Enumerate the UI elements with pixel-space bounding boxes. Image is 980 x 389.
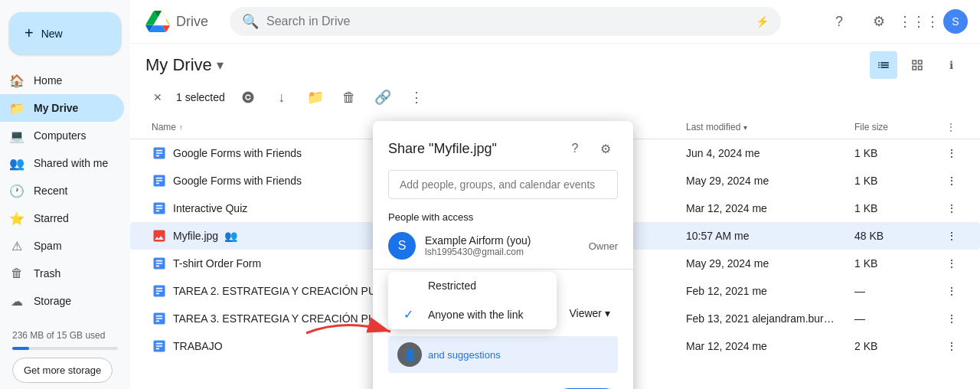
person-avatar: S <box>388 232 416 260</box>
person-name: Example Airform (you) <box>425 234 580 247</box>
sidebar-item-label: Home <box>34 74 62 87</box>
modified-cell: May 29, 2024 me <box>680 250 848 277</box>
modified-header: Last modified ▾ <box>680 116 848 139</box>
topbar: Drive 🔍 ⚡ ? ⚙ ⋮⋮⋮ S <box>130 0 980 44</box>
storage-section: 236 MB of 15 GB used Get more storage <box>0 321 130 389</box>
more-actions-button[interactable]: ⋮ <box>403 83 430 111</box>
shared-indicator-icon: 👥 <box>224 230 237 242</box>
more-cell[interactable]: ⋮ <box>940 222 965 250</box>
modal-help-button[interactable]: ? <box>563 136 587 161</box>
filter-icon[interactable]: ⚡ <box>756 15 769 28</box>
sheet-icon <box>152 338 167 354</box>
size-cell: 2 KB <box>848 332 940 360</box>
clear-selection-button[interactable]: ✕ <box>145 85 170 110</box>
shared-icon: 👥 <box>9 155 24 171</box>
sheet-icon <box>152 173 167 188</box>
more-cell[interactable]: ⋮ <box>940 332 965 360</box>
more-cell[interactable]: ⋮ <box>940 194 965 222</box>
sidebar-item-label: Recent <box>34 185 67 197</box>
suggestions-avatar: 👤 <box>397 342 422 367</box>
home-icon: 🏠 <box>9 73 24 88</box>
sidebar-item-starred[interactable]: ⭐ Starred <box>0 204 124 232</box>
spam-icon: ⚠ <box>9 238 24 253</box>
move-button[interactable]: 📁 <box>302 83 329 111</box>
sidebar-item-shared[interactable]: 👥 Shared with me <box>0 149 124 177</box>
more-cell[interactable]: ⋮ <box>940 167 965 194</box>
notify-suggestions-bar: 👤 and suggestions <box>388 336 618 373</box>
app-logo: Drive <box>142 11 217 32</box>
more-cell[interactable]: ⋮ <box>940 277 965 305</box>
anyone-link-label: Anyone with the link <box>428 309 524 321</box>
more-cell[interactable]: ⋮ <box>940 139 965 167</box>
modal-settings-button[interactable]: ⚙ <box>593 136 618 161</box>
sheet-icon <box>152 311 167 326</box>
more-cell[interactable]: ⋮ <box>940 250 965 277</box>
more-cell[interactable]: ⋮ <box>940 305 965 332</box>
size-cell: — <box>848 305 940 332</box>
sidebar-item-trash[interactable]: 🗑 Trash <box>0 260 124 287</box>
get-storage-button[interactable]: Get more storage <box>12 358 113 383</box>
download-button[interactable]: ↓ <box>268 83 296 111</box>
settings-button[interactable]: ⚙ <box>864 6 894 37</box>
get-link-button[interactable]: 🔗 <box>369 83 397 111</box>
sidebar: + New 🏠 Home 📁 My Drive 💻 Computers 👥 Sh… <box>0 0 130 389</box>
sidebar-item-my-drive[interactable]: 📁 My Drive <box>0 94 124 122</box>
info-button[interactable]: ℹ <box>937 51 965 79</box>
user-avatar[interactable]: S <box>943 9 968 34</box>
sidebar-item-computers[interactable]: 💻 Computers <box>0 122 124 149</box>
size-cell: 1 KB <box>848 167 940 194</box>
size-cell: — <box>848 277 940 305</box>
new-button[interactable]: + New <box>9 12 121 54</box>
sidebar-item-label: Computers <box>34 129 86 142</box>
person-email: lsh1995430@gmail.com <box>425 247 580 257</box>
share-people-input[interactable] <box>388 170 618 199</box>
starred-icon: ⭐ <box>9 211 24 226</box>
drive-title-section: My Drive ▾ <box>145 55 224 75</box>
grid-view-button[interactable] <box>903 51 931 79</box>
action-bar: ✕ 1 selected ↓ 📁 🗑 🔗 ⋮ <box>130 79 980 116</box>
sidebar-item-storage[interactable]: ☁ Storage <box>0 287 124 315</box>
modified-cell: May 29, 2024 me <box>680 167 848 194</box>
modified-cell: Mar 12, 2024 me <box>680 194 848 222</box>
list-view-button[interactable] <box>870 51 897 79</box>
size-header: File size <box>848 116 940 139</box>
sidebar-item-label: Storage <box>34 295 71 307</box>
modal-header: Share "Myfile.jpg" ? ⚙ <box>373 121 633 170</box>
share-input-section <box>388 170 618 199</box>
app-title: Drive <box>176 14 208 30</box>
people-with-access-section: People with access S Example Airform (yo… <box>373 211 633 269</box>
plus-icon: + <box>24 25 34 42</box>
anyone-link-option[interactable]: ✓ Anyone with the link <box>388 299 557 329</box>
recent-icon: 🕐 <box>9 183 24 198</box>
viewer-role-dropdown[interactable]: Viewer ▾ <box>561 302 618 324</box>
folder-icon: 📁 <box>9 100 24 116</box>
sidebar-item-spam[interactable]: ⚠ Spam <box>0 232 124 260</box>
owner-label: Owner <box>589 240 618 252</box>
modified-cell: Mar 12, 2024 me <box>680 332 848 360</box>
trash-icon: 🗑 <box>9 266 24 281</box>
modified-cell: Jun 4, 2024 me <box>680 139 848 167</box>
share-modal: Share "Myfile.jpg" ? ⚙ People with acces… <box>373 121 633 389</box>
modified-cell: Feb 13, 2021 alejandram.bur… <box>680 305 848 332</box>
delete-button[interactable]: 🗑 <box>335 83 363 111</box>
sidebar-item-label: Shared with me <box>34 157 108 169</box>
sidebar-item-label: Spam <box>34 240 62 252</box>
search-icon: 🔍 <box>242 13 259 30</box>
storage-bar <box>12 347 118 350</box>
sheet-icon <box>152 283 167 299</box>
help-button[interactable]: ? <box>824 6 854 37</box>
person-row: S Example Airform (you) lsh1995430@gmail… <box>388 232 618 260</box>
modal-title: Share "Myfile.jpg" <box>388 141 497 157</box>
search-input[interactable] <box>266 15 748 28</box>
apps-button[interactable]: ⋮⋮⋮ <box>903 6 934 37</box>
drive-logo-svg <box>145 11 170 32</box>
storage-usage-text: 236 MB of 15 GB used <box>12 330 118 341</box>
share-button[interactable] <box>234 83 262 111</box>
search-box: 🔍 ⚡ <box>230 7 781 36</box>
restricted-option[interactable]: Restricted <box>388 272 557 299</box>
chevron-down-icon[interactable]: ▾ <box>217 57 224 74</box>
sidebar-item-recent[interactable]: 🕐 Recent <box>0 177 124 204</box>
sidebar-item-home[interactable]: 🏠 Home <box>0 67 124 94</box>
sheet-icon <box>152 145 167 161</box>
modified-cell: 10:57 AM me <box>680 222 848 250</box>
